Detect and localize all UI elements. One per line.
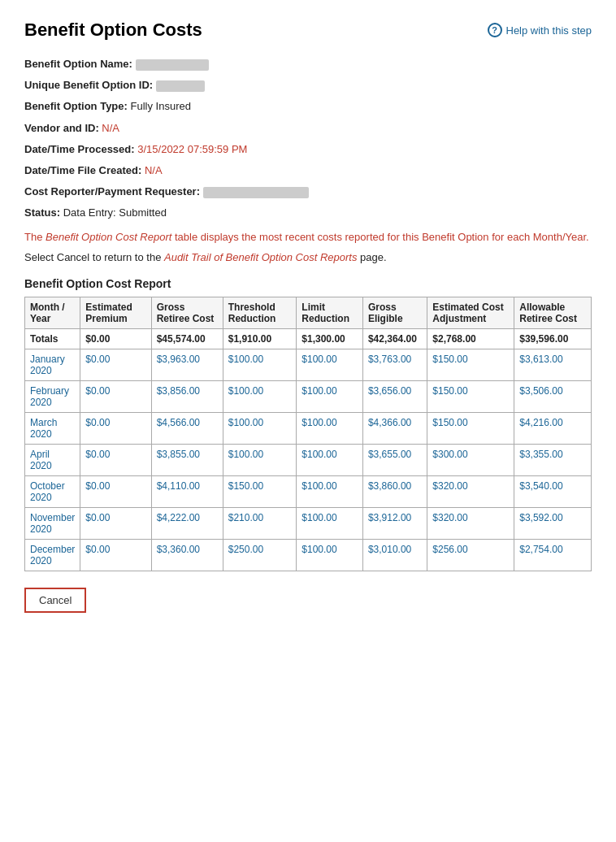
cell-1-5: $3,656.00 (362, 380, 427, 412)
cancel-button[interactable]: Cancel (24, 588, 86, 613)
cancel-button-container: Cancel (24, 571, 592, 613)
type-row: Benefit Option Type: Fully Insured (24, 99, 592, 114)
cell-3-1: $0.00 (80, 444, 151, 475)
info-text: The Benefit Option Cost Report table dis… (24, 229, 592, 245)
cell-0-5: $3,763.00 (362, 349, 427, 380)
cell-6-2: $3,360.00 (151, 539, 223, 571)
cell-0-6: $150.00 (427, 349, 514, 380)
cell-2-0: March2020 (25, 412, 80, 444)
cell-1-4: $100.00 (297, 380, 363, 412)
cell-6-4: $100.00 (297, 539, 363, 571)
col-header-gross-eligible: Gross Eligible (362, 297, 427, 328)
datetime-created-row: Date/Time File Created: N/A (24, 163, 592, 178)
table-header-row: Month /Year Estimated Premium Gross Reti… (25, 297, 592, 328)
cell-5-0: November2020 (25, 507, 80, 539)
cell-4-1: $0.00 (80, 475, 151, 507)
vendor-label: Vendor and ID: (24, 122, 99, 134)
table-row: April2020$0.00$3,855.00$100.00$100.00$3,… (25, 444, 592, 475)
cell-6-6: $256.00 (427, 539, 514, 571)
cell-2-4: $100.00 (297, 412, 363, 444)
cell-2-1: $0.00 (80, 412, 151, 444)
page-title: Benefit Option Costs (24, 20, 202, 41)
cell-3-7: $3,355.00 (514, 444, 592, 475)
type-value: Fully Insured (131, 100, 191, 112)
cell-6-7: $2,754.00 (514, 539, 592, 571)
meta-section: Benefit Option Name: Unique Benefit Opti… (24, 57, 592, 221)
cell-0-2: $3,963.00 (151, 349, 223, 380)
cell-0-0: January2020 (25, 349, 80, 380)
cell-2-5: $4,366.00 (362, 412, 427, 444)
totals-cell-6: $2,768.00 (427, 328, 514, 349)
cell-1-3: $100.00 (223, 380, 297, 412)
type-label: Benefit Option Type: (24, 100, 128, 112)
datetime-processed-row: Date/Time Processed: 3/15/2022 07:59:59 … (24, 142, 592, 157)
cost-reporter-label: Cost Reporter/Payment Requester: (24, 185, 200, 197)
table-row: October2020$0.00$4,110.00$150.00$100.00$… (25, 475, 592, 507)
cell-6-5: $3,010.00 (362, 539, 427, 571)
totals-cell-2: $45,574.00 (151, 328, 223, 349)
col-header-estimated-cost-adjustment: Estimated Cost Adjustment (427, 297, 514, 328)
cell-5-1: $0.00 (80, 507, 151, 539)
unique-id-label: Unique Benefit Option ID: (24, 79, 153, 91)
help-link[interactable]: ? Help with this step (488, 23, 592, 37)
cell-4-4: $100.00 (297, 475, 363, 507)
cell-0-7: $3,613.00 (514, 349, 592, 380)
table-row: March2020$0.00$4,566.00$100.00$100.00$4,… (25, 412, 592, 444)
cell-1-2: $3,856.00 (151, 380, 223, 412)
cell-5-7: $3,592.00 (514, 507, 592, 539)
cell-3-0: April2020 (25, 444, 80, 475)
totals-cell-5: $42,364.00 (362, 328, 427, 349)
cell-3-6: $300.00 (427, 444, 514, 475)
datetime-created-label: Date/Time File Created: (24, 164, 141, 176)
cell-3-3: $100.00 (223, 444, 297, 475)
cell-6-0: December2020 (25, 539, 80, 571)
table-row: February2020$0.00$3,856.00$100.00$100.00… (25, 380, 592, 412)
help-link-text: Help with this step (506, 24, 592, 37)
benefit-option-name-value (136, 59, 209, 71)
cell-1-7: $3,506.00 (514, 380, 592, 412)
help-icon: ? (488, 23, 502, 37)
cell-4-2: $4,110.00 (151, 475, 223, 507)
status-label: Status: (24, 206, 60, 219)
cell-4-7: $3,540.00 (514, 475, 592, 507)
vendor-value: N/A (102, 122, 119, 134)
cell-5-6: $320.00 (427, 507, 514, 539)
vendor-row: Vendor and ID: N/A (24, 121, 592, 136)
cell-1-0: February2020 (25, 380, 80, 412)
col-header-gross-retiree-cost: Gross Retiree Cost (151, 297, 223, 328)
section-title: Benefit Option Cost Report (24, 277, 592, 290)
cell-6-3: $250.00 (223, 539, 297, 571)
cell-1-1: $0.00 (80, 380, 151, 412)
instruction-text: Select Cancel to return to the Audit Tra… (24, 250, 592, 266)
col-header-threshold-reduction: Threshold Reduction (223, 297, 297, 328)
cell-3-2: $3,855.00 (151, 444, 223, 475)
totals-cell-0: Totals (25, 328, 80, 349)
table-row: January2020$0.00$3,963.00$100.00$100.00$… (25, 349, 592, 380)
table-totals-row: Totals$0.00$45,574.00$1,910.00$1,300.00$… (25, 328, 592, 349)
cell-5-5: $3,912.00 (362, 507, 427, 539)
audit-trail-link: Audit Trail of Benefit Option Cost Repor… (164, 251, 357, 263)
table-row: November2020$0.00$4,222.00$210.00$100.00… (25, 507, 592, 539)
benefit-option-name-label: Benefit Option Name: (24, 58, 132, 70)
col-header-month-year: Month /Year (25, 297, 80, 328)
cell-5-3: $210.00 (223, 507, 297, 539)
datetime-processed-label: Date/Time Processed: (24, 143, 135, 155)
cell-4-0: October2020 (25, 475, 80, 507)
cell-3-5: $3,655.00 (362, 444, 427, 475)
cell-2-2: $4,566.00 (151, 412, 223, 444)
cost-report-table: Month /Year Estimated Premium Gross Reti… (24, 297, 592, 571)
cell-0-1: $0.00 (80, 349, 151, 380)
cell-4-3: $150.00 (223, 475, 297, 507)
page-header: Benefit Option Costs ? Help with this st… (24, 20, 592, 41)
cell-2-3: $100.00 (223, 412, 297, 444)
totals-cell-7: $39,596.00 (514, 328, 592, 349)
cell-2-6: $150.00 (427, 412, 514, 444)
status-row: Status: Data Entry: Submitted (24, 206, 592, 220)
benefit-option-name-row: Benefit Option Name: (24, 57, 592, 72)
col-header-limit-reduction: Limit Reduction (297, 297, 363, 328)
cell-1-6: $150.00 (427, 380, 514, 412)
cell-0-4: $100.00 (297, 349, 363, 380)
cell-4-5: $3,860.00 (362, 475, 427, 507)
datetime-created-value: N/A (145, 164, 163, 176)
status-value: Data Entry: Submitted (63, 206, 167, 219)
